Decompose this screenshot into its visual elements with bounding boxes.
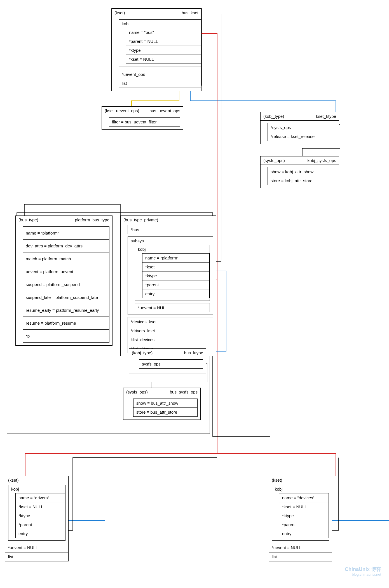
bus-ktype-box: (kobj_type)bus_ktype sysfs_ops — [129, 348, 206, 374]
bus-sysfs-ops-box: (sysfs_ops)bus_sysfs_ops show = bus_attr… — [123, 388, 201, 420]
devices-kset-tail: list — [269, 552, 332, 561]
platform-bus-type-field: dev_attrs = platform_dev_attrs — [23, 240, 109, 252]
bus-type-private-box: (bus_type_private) *bus subsys kobj name… — [120, 215, 216, 356]
drivers-kset-box: (kset) kobj name = “drivers” *kset = NUL… — [5, 476, 69, 561]
bus-kset-tail: *uevent_ops — [119, 70, 201, 79]
bus-type-private-kobj-label: kobj — [135, 245, 210, 253]
bus-type-private-kobj-field: *parent — [142, 280, 209, 289]
drivers-kset-kobj-label: kobj — [8, 485, 65, 493]
platform-bus-type-field: uevent = platform_uevent — [23, 265, 109, 278]
platform-bus-type-field: resume = platform_resume — [23, 317, 109, 330]
drivers-kset-kobj-field: name = “drivers” — [16, 493, 65, 502]
bus-ktype-name: bus_ktype — [184, 350, 203, 355]
bus-kset-box: (kset)bus_kset kobj name = “bus” *parent… — [111, 8, 201, 91]
bus-sysfs-ops-field: show = bus_attr_show — [133, 399, 197, 408]
kobj-sysfs-ops-name: kobj_sysfs_ops — [307, 158, 336, 163]
watermark-line2: blog.chinaunix.net — [345, 572, 381, 577]
bus-kset-kobj-field: *parent = NULL — [126, 37, 201, 46]
bus-kset-tail: list — [119, 79, 201, 88]
bus-type-private-bus: *bus — [128, 225, 213, 234]
bus-kset-kobj-field: *ktype — [126, 46, 201, 55]
platform-bus-type-field: name = “platform” — [23, 227, 109, 240]
bus-kset-name: bus_kset — [182, 10, 198, 15]
bus-ktype-type: (kobj_type) — [132, 350, 153, 355]
bus-uevent-ops-name: bus_uevent_ops — [149, 108, 180, 113]
bus-type-private-subsys-tail: *uevent = NULL — [135, 303, 210, 312]
devices-kset-kobj-field: name = “devices” — [279, 493, 329, 502]
bus-kset-type: (kset) — [114, 10, 125, 15]
platform-bus-type-field: suspend = platform_suspend — [23, 278, 109, 291]
bus-uevent-ops-box: (kset_uevent_ops)bus_uevent_ops filter =… — [102, 106, 183, 130]
platform-bus-type-field: *p — [23, 330, 109, 342]
platform-bus-type-box: (bus_type)platform_bus_type name = “plat… — [15, 215, 113, 346]
kobj-sysfs-ops-type: (sysfs_ops) — [263, 158, 285, 163]
platform-bus-type-field: resume_early = platform_resume_early — [23, 304, 109, 317]
bus-type-private-tail: *devices_kset — [128, 317, 213, 326]
devices-kset-kobj-field: *ktype — [279, 511, 329, 520]
kobj-sysfs-ops-box: (sysfs_ops)kobj_sysfs_ops show = kobj_at… — [260, 156, 339, 188]
bus-sysfs-ops-field: store = bus_attr_store — [133, 408, 197, 416]
bus-kset-kobj-field: *kset = NULL — [126, 55, 201, 64]
bus-uevent-ops-field: filter = bus_uevent_filter — [109, 118, 180, 126]
bus-kset-kobj-label: kobj — [119, 20, 201, 28]
kobj-sysfs-ops-field: show = kobj_attr_show — [268, 167, 336, 176]
platform-bus-type-field: suspend_late = platform_suspend_late — [23, 291, 109, 304]
drivers-kset-kobj-field: *parent — [16, 520, 65, 529]
devices-kset-type: (kset) — [272, 478, 282, 482]
bus-sysfs-ops-type: (sysfs_ops) — [126, 390, 148, 394]
kobj-sysfs-ops-field: store = kobj_attr_store — [268, 176, 336, 185]
bus-type-private-kobj-field: *kset — [142, 263, 209, 271]
bus-type-private-tail: *drivers_kset — [128, 326, 213, 335]
kset-ktype-type: (kobj_type) — [263, 114, 284, 119]
kset-ktype-field: *release = kset_release — [268, 132, 336, 141]
devices-kset-kobj-label: kobj — [272, 485, 329, 493]
drivers-kset-tail: list — [5, 552, 68, 561]
kset-ktype-name: kset_ktype — [316, 114, 336, 119]
platform-bus-type-field: match = platform_match — [23, 252, 109, 265]
platform-bus-type-name: platform_bus_type — [75, 217, 109, 222]
kset-ktype-box: (kobj_type)kset_ktype *sysfs_ops *releas… — [260, 112, 339, 144]
drivers-kset-kobj-field: *kset = NULL — [16, 502, 65, 511]
bus-kset-kobj-field: name = “bus” — [126, 28, 201, 37]
devices-kset-box: (kset) kobj name = “devices” *kset = NUL… — [269, 476, 332, 561]
bus-type-private-tail: klist_devices — [128, 335, 213, 344]
watermark: ChinaUnix 博客 blog.chinaunix.net — [345, 566, 381, 577]
bus-type-private-kobj-field: entry — [142, 289, 209, 298]
platform-bus-type-type: (bus_type) — [18, 217, 38, 222]
devices-kset-kobj-field: *parent — [279, 520, 329, 529]
bus-ktype-field: sysfs_ops — [139, 360, 203, 368]
devices-kset-kobj-field: *kset = NULL — [279, 502, 329, 511]
watermark-line1: ChinaUnix 博客 — [345, 566, 381, 573]
drivers-kset-kobj-field: *ktype — [16, 511, 65, 520]
bus-type-private-kobj-field: name = “platform” — [142, 254, 209, 263]
bus-type-private-subsys-label: subsys — [128, 237, 213, 245]
bus-type-private-kobj-field: *ktype — [142, 271, 209, 280]
bus-type-private-type: (bus_type_private) — [123, 217, 158, 222]
drivers-kset-type: (kset) — [8, 478, 19, 482]
drivers-kset-kobj-field: entry — [16, 529, 65, 538]
bus-sysfs-ops-name: bus_sysfs_ops — [170, 390, 198, 394]
drivers-kset-tail: *uevent = NULL — [5, 543, 68, 552]
bus-uevent-ops-type: (kset_uevent_ops) — [105, 108, 139, 113]
devices-kset-tail: *uevent = NULL — [269, 543, 332, 552]
kset-ktype-field: *sysfs_ops — [268, 123, 336, 132]
devices-kset-kobj-field: entry — [279, 529, 329, 538]
